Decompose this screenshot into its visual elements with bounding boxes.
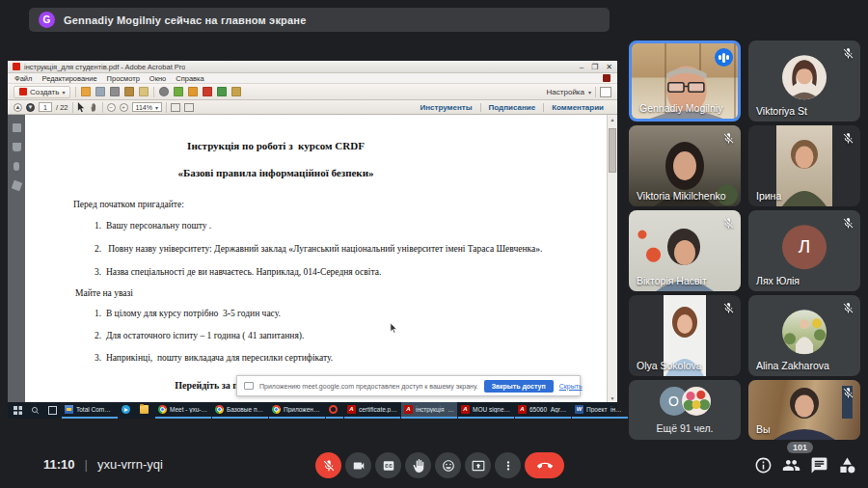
taskbar-app-chrome-3[interactable]: Приложению... xyxy=(269,402,325,419)
taskbar-app-acrobat-agree[interactable]: 65060_Agree... xyxy=(515,402,571,419)
acrobat-scrollbar[interactable]: ▲ ▼ xyxy=(607,115,617,402)
select-tool-icon[interactable] xyxy=(77,102,85,112)
convert-icon[interactable] xyxy=(217,87,227,96)
minimize-icon[interactable]: – xyxy=(580,63,583,71)
participant-name: Вы xyxy=(756,423,771,435)
present-button[interactable] xyxy=(465,452,491,478)
menu-item-window[interactable]: Окно xyxy=(149,74,166,83)
close-icon[interactable]: ✕ xyxy=(606,63,612,71)
page-up-icon[interactable]: ▲ xyxy=(14,103,22,112)
chat-icon[interactable] xyxy=(810,456,828,474)
scroll-up-icon[interactable]: ▲ xyxy=(608,115,617,123)
more-options-button[interactable] xyxy=(495,452,521,478)
task-view-icon xyxy=(48,406,57,415)
participant-tile-gennadiy[interactable]: Gennadiy Mogilniy xyxy=(629,41,741,122)
maximize-icon[interactable]: ❐ xyxy=(591,63,598,71)
captions-button[interactable] xyxy=(375,452,401,478)
participant-tile-viktoriya-st[interactable]: Viktoriya St xyxy=(748,41,860,122)
pdf-page: Інструкція по роботі з курсом CRDF «Базо… xyxy=(25,115,607,402)
mic-button[interactable] xyxy=(315,452,341,478)
settings-label[interactable]: Настройка xyxy=(547,88,584,96)
attachments-panel-icon[interactable] xyxy=(14,162,19,171)
taskbar-app-chrome-meet[interactable]: Meet - yxu-vr... xyxy=(155,402,211,419)
participant-tile-lyakh[interactable]: Л Лях Юлія xyxy=(748,210,860,291)
fit-width-icon[interactable] xyxy=(171,103,180,112)
taskbar-app-total-commander[interactable]: Total Comma... xyxy=(62,402,118,419)
signatures-panel-icon[interactable] xyxy=(11,180,22,192)
people-icon[interactable] xyxy=(782,456,800,474)
mic-off-icon xyxy=(842,216,854,229)
zoom-in-icon[interactable]: + xyxy=(120,103,128,112)
taskbar-app-explorer[interactable] xyxy=(137,402,154,419)
taskbar-app-telegram[interactable] xyxy=(119,402,136,419)
taskbar-app-opera[interactable] xyxy=(326,402,343,419)
comment-icon[interactable] xyxy=(174,87,183,96)
participant-avatar xyxy=(782,310,827,354)
stamp-icon[interactable] xyxy=(231,87,241,96)
participant-count-badge: 101 xyxy=(787,442,813,453)
web-icon[interactable] xyxy=(159,87,169,96)
participant-tile-sokolova[interactable]: Olya Sokolova xyxy=(629,295,741,376)
stop-sharing-button[interactable]: Закрыть доступ xyxy=(484,380,554,393)
scroll-down-icon[interactable]: ▼ xyxy=(608,393,617,402)
doc-note: Майте на увазі xyxy=(75,288,133,298)
export-pdf-icon[interactable] xyxy=(203,87,212,96)
zoom-level-select[interactable]: 114%▾ xyxy=(132,102,162,112)
participant-tile-zakharova[interactable]: Alina Zakharova xyxy=(748,295,860,376)
hand-tool-icon[interactable] xyxy=(89,102,98,112)
menu-item-view[interactable]: Просмотр xyxy=(107,74,140,83)
highlight-icon[interactable] xyxy=(188,87,198,96)
task-view-button[interactable] xyxy=(44,402,61,419)
page-number-input[interactable]: 1 xyxy=(39,102,52,112)
open-icon[interactable] xyxy=(81,87,91,96)
share-permission-notice: Приложению meet.google.com предоставлен … xyxy=(236,375,581,396)
shared-screen[interactable]: інструкція_для студентів.pdf - Adobe Acr… xyxy=(8,61,617,419)
taskbar-app-acrobat-certificate[interactable]: certificate.pdf ... xyxy=(344,402,400,419)
taskbar-app-chrome-2[interactable]: Базовые пра... xyxy=(212,402,268,419)
taskbar-app-acrobat-mou[interactable]: MOU signed.p... xyxy=(458,402,514,419)
fit-page-icon[interactable] xyxy=(184,103,194,112)
reactions-icon xyxy=(442,459,455,473)
menu-item-edit[interactable]: Редактирование xyxy=(41,74,96,83)
email-icon[interactable] xyxy=(139,87,149,96)
tab-sign[interactable]: Подписание xyxy=(480,103,544,112)
taskbar-app-word[interactable]: Проект_інфо... xyxy=(572,402,628,419)
tab-comments[interactable]: Комментарии xyxy=(543,103,611,112)
taskbar-app-acrobat-instruction[interactable]: інструкція_дл... xyxy=(401,402,457,419)
acrobat-window-title: інструкція_для студентів.pdf - Adobe Acr… xyxy=(24,63,185,71)
menu-item-help[interactable]: Справка xyxy=(176,74,203,83)
save-icon[interactable] xyxy=(95,87,105,96)
end-call-button[interactable] xyxy=(525,452,564,478)
participant-tile-mikilchenko[interactable]: Viktoria Mikilchenko xyxy=(629,125,741,206)
edit-icon[interactable] xyxy=(124,87,134,96)
participant-name: Лях Юлія xyxy=(756,275,800,286)
start-button[interactable] xyxy=(10,402,26,419)
participant-tile-iryna[interactable]: Ірина xyxy=(748,125,860,206)
participant-name: Gennadiy Mogilniy xyxy=(639,102,722,114)
overflow-count-label: Ещё 91 чел. xyxy=(656,422,713,434)
acrobat-document-area: Інструкція по роботі з курсом CRDF «Базо… xyxy=(8,115,617,402)
overflow-tile[interactable]: О Ещё 91 чел. xyxy=(629,380,741,440)
scrollbar-thumb[interactable] xyxy=(609,128,616,173)
bookmarks-panel-icon[interactable] xyxy=(13,143,21,151)
presenting-banner-text: Gennadiy Mogilniy сейчас на главном экра… xyxy=(64,14,307,26)
menu-item-file[interactable]: Файл xyxy=(14,74,32,83)
camera-button[interactable] xyxy=(345,452,371,478)
create-button[interactable]: Создать▾ xyxy=(14,86,70,98)
reading-mode-icon[interactable] xyxy=(600,87,611,97)
participant-name: Ірина xyxy=(756,190,781,202)
hide-notice-link[interactable]: Скрыть xyxy=(559,383,583,390)
participants-grid: Gennadiy Mogilniy Viktoriya St xyxy=(629,41,860,440)
tab-tools[interactable]: Инструменты xyxy=(413,103,480,112)
raise-hand-button[interactable] xyxy=(405,452,431,478)
zoom-out-icon[interactable]: − xyxy=(107,103,116,112)
print-icon[interactable] xyxy=(110,87,120,96)
info-icon[interactable] xyxy=(754,456,773,474)
taskbar-search-button[interactable] xyxy=(27,402,43,419)
thumbnails-panel-icon[interactable] xyxy=(13,123,21,132)
page-down-icon[interactable]: ▼ xyxy=(26,103,35,112)
activities-icon[interactable] xyxy=(838,456,856,474)
self-tile[interactable]: Вы xyxy=(748,380,860,440)
participant-tile-nasvit[interactable]: Вікторія Насвіт xyxy=(629,210,741,291)
reactions-button[interactable] xyxy=(435,452,461,478)
